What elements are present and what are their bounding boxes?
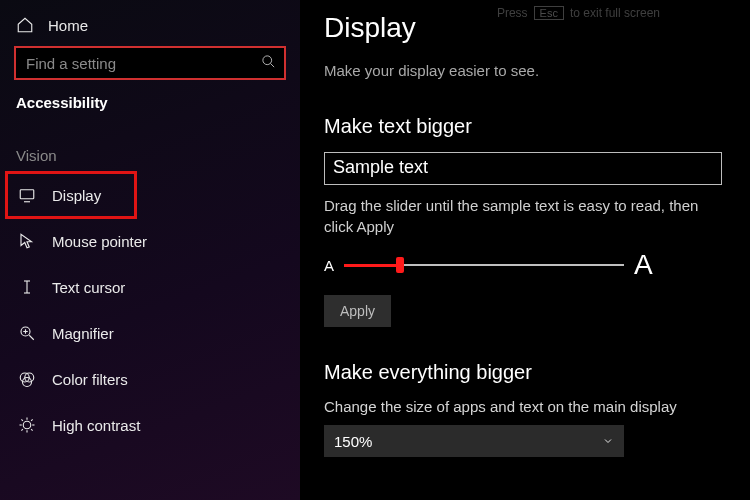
sidebar-group-vision: Vision — [8, 129, 292, 172]
main-content: Press Esc to exit full screen Display Ma… — [300, 0, 750, 500]
sidebar-item-color-filters[interactable]: Color filters — [8, 356, 292, 402]
display-icon — [18, 186, 36, 204]
make-everything-bigger-heading: Make everything bigger — [324, 361, 726, 384]
sidebar-item-label: Magnifier — [52, 325, 114, 342]
slider-min-label: A — [324, 257, 334, 274]
sample-text-box: Sample text — [324, 152, 722, 185]
svg-line-1 — [270, 63, 274, 67]
settings-sidebar: Home Accessibility Vision Display Mouse … — [0, 0, 300, 500]
slider-helper-text: Drag the slider until the sample text is… — [324, 195, 724, 237]
color-filters-icon — [18, 370, 36, 388]
svg-line-22 — [31, 419, 33, 421]
svg-point-0 — [263, 56, 272, 65]
text-size-slider[interactable] — [344, 258, 624, 272]
sidebar-item-display[interactable]: Display — [6, 172, 136, 218]
slider-thumb[interactable] — [396, 257, 404, 273]
home-label: Home — [48, 17, 88, 34]
scale-select[interactable]: 150% — [324, 425, 624, 457]
sidebar-item-label: Display — [52, 187, 101, 204]
sidebar-item-magnifier[interactable]: Magnifier — [8, 310, 292, 356]
search-container — [14, 46, 286, 80]
sidebar-section-title: Accessibility — [8, 94, 292, 129]
high-contrast-icon — [18, 416, 36, 434]
sidebar-item-label: High contrast — [52, 417, 140, 434]
fullscreen-hint: Press Esc to exit full screen — [497, 6, 660, 20]
svg-line-21 — [21, 429, 23, 431]
search-icon — [261, 54, 276, 72]
slider-max-label: A — [634, 249, 653, 281]
make-text-bigger-heading: Make text bigger — [324, 115, 726, 138]
chevron-down-icon — [602, 433, 614, 450]
svg-rect-2 — [20, 190, 34, 199]
magnifier-icon — [18, 324, 36, 342]
slider-track-filled — [344, 264, 400, 267]
slider-track-empty — [400, 264, 624, 266]
apply-button[interactable]: Apply — [324, 295, 391, 327]
hint-press: Press — [497, 6, 528, 20]
esc-key: Esc — [534, 6, 564, 20]
svg-point-14 — [23, 421, 31, 429]
sidebar-item-text-cursor[interactable]: Text cursor — [8, 264, 292, 310]
sidebar-item-label: Text cursor — [52, 279, 125, 296]
sidebar-item-high-contrast[interactable]: High contrast — [8, 402, 292, 448]
scale-select-value: 150% — [334, 433, 372, 450]
text-cursor-icon — [18, 278, 36, 296]
text-size-slider-row: A A — [324, 249, 726, 281]
svg-line-20 — [31, 429, 33, 431]
everything-helper-text: Change the size of apps and text on the … — [324, 398, 726, 415]
home-icon — [16, 16, 34, 34]
sidebar-item-label: Mouse pointer — [52, 233, 147, 250]
svg-line-19 — [21, 419, 23, 421]
sidebar-item-label: Color filters — [52, 371, 128, 388]
mouse-pointer-icon — [18, 232, 36, 250]
svg-line-10 — [29, 335, 34, 340]
page-subtitle: Make your display easier to see. — [324, 62, 726, 79]
sidebar-item-mouse-pointer[interactable]: Mouse pointer — [8, 218, 292, 264]
hint-rest: to exit full screen — [570, 6, 660, 20]
home-nav[interactable]: Home — [8, 10, 292, 44]
search-input[interactable] — [14, 46, 286, 80]
